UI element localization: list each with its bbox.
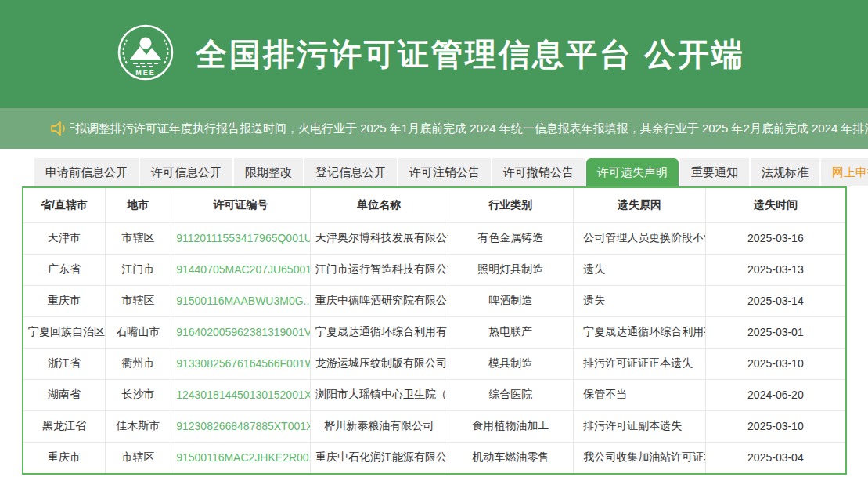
- page: MEE 全国排污许可证管理信息平台 公开端 于拟调整排污许可证年度执行报告报送时…: [0, 0, 868, 475]
- tab-pre-application-info[interactable]: 申请前信息公开: [34, 158, 139, 186]
- cell-province: 广东省: [23, 254, 105, 285]
- tab-permit-info[interactable]: 许可信息公开: [140, 158, 232, 186]
- page-title: 全国排污许可证管理信息平台 公开端: [196, 33, 745, 76]
- cell-province: 重庆市: [23, 442, 105, 473]
- tab-revocation-notice[interactable]: 许可撤销公告: [492, 158, 585, 186]
- cell-industry: 综合医院: [448, 379, 574, 410]
- cell-company: 浏阳市大瑶镇中心卫生院（...: [310, 379, 448, 410]
- cell-company: 宁夏晟达通循环综合利用有...: [310, 316, 448, 348]
- tab-online-reporting[interactable]: 网上申报: [821, 158, 868, 186]
- cell-date: 2025-03-04: [705, 442, 845, 473]
- cell-reason: 宁夏晟达通循环综合利用有...: [574, 316, 706, 348]
- tab-rectification[interactable]: 限期整改: [234, 158, 303, 186]
- table-row: 宁夏回族自治区石嘴山市916402005962381319001V宁夏晟达通循环…: [23, 316, 845, 348]
- tab-bar: 申请前信息公开许可信息公开限期整改登记信息公开许可注销公告许可撤销公告许可遗失声…: [0, 158, 868, 186]
- cell-permit[interactable]: 9123082668487885XT001X: [171, 410, 311, 442]
- cell-province: 浙江省: [23, 348, 105, 379]
- cell-permit[interactable]: 91500116MAC2JHKE2R00...: [171, 442, 311, 473]
- cell-date: 2025-03-10: [705, 410, 845, 442]
- column-header: 遗失原因: [574, 188, 706, 222]
- cell-date: 2024-06-20: [705, 379, 845, 410]
- cell-province: 重庆市: [23, 285, 105, 316]
- cell-city: 衢州市: [105, 348, 171, 379]
- cell-company: 重庆中德啤酒研究院有限公司: [310, 285, 448, 316]
- column-header: 地市: [105, 188, 171, 222]
- announcement-bar: 于拟调整排污许可证年度执行报告报送时间，火电行业于 2025 年1月底前完成 2…: [0, 108, 868, 149]
- cell-company: 重庆中石化润江能源有限公...: [310, 442, 448, 473]
- table-header-row: 省/直辖市地市许可证编号单位名称行业类别遗失原因遗失时间: [23, 188, 845, 222]
- cell-industry: 有色金属铸造: [448, 222, 574, 254]
- column-header: 省/直辖市: [23, 188, 105, 222]
- tab-registration-info[interactable]: 登记信息公开: [304, 158, 397, 186]
- tab-lost-declaration[interactable]: 许可遗失声明: [586, 158, 679, 186]
- cell-province: 宁夏回族自治区: [23, 316, 105, 348]
- cell-company: 桦川新泰粮油有限公司: [310, 410, 448, 442]
- table-row: 重庆市市辖区91500116MAABWU3M0G...重庆中德啤酒研究院有限公司…: [23, 285, 845, 316]
- table-row: 重庆市市辖区91500116MAC2JHKE2R00...重庆中石化润江能源有限…: [23, 442, 845, 473]
- cell-date: 2025-03-01: [705, 316, 845, 348]
- cell-permit[interactable]: 91120111553417965Q001U: [171, 222, 311, 254]
- column-header: 单位名称: [310, 188, 448, 222]
- tab-list: 申请前信息公开许可信息公开限期整改登记信息公开许可注销公告许可撤销公告许可遗失声…: [34, 158, 868, 186]
- tab-regulations[interactable]: 法规标准: [751, 158, 819, 186]
- cell-reason: 保管不当: [574, 379, 706, 410]
- cell-city: 江门市: [105, 254, 171, 285]
- cell-permit[interactable]: 916402005962381319001V: [171, 316, 311, 348]
- cell-date: 2025-03-10: [705, 348, 845, 379]
- cell-city: 市辖区: [105, 222, 171, 254]
- cell-reason: 遗失: [574, 285, 706, 316]
- cell-date: 2025-03-16: [705, 222, 845, 254]
- announcement-text: 于拟调整排污许可证年度执行报告报送时间，火电行业于 2025 年1月底前完成 2…: [70, 121, 868, 136]
- cell-city: 石嘴山市: [105, 316, 171, 348]
- cell-industry: 照明灯具制造: [448, 254, 574, 285]
- cell-industry: 机动车燃油零售: [448, 442, 574, 473]
- tab-important-notice[interactable]: 重要通知: [680, 158, 749, 186]
- column-header: 行业类别: [448, 188, 574, 222]
- cell-province: 黑龙江省: [23, 410, 105, 442]
- column-header: 许可证编号: [171, 188, 311, 222]
- lost-permit-table-wrap: 省/直辖市地市许可证编号单位名称行业类别遗失原因遗失时间 天津市市辖区91120…: [22, 186, 847, 475]
- lost-permit-table: 省/直辖市地市许可证编号单位名称行业类别遗失原因遗失时间 天津市市辖区91120…: [23, 188, 845, 473]
- cell-city: 长沙市: [105, 379, 171, 410]
- cell-reason: 遗失: [574, 254, 706, 285]
- cell-city: 市辖区: [105, 442, 171, 473]
- cell-province: 天津市: [23, 222, 105, 254]
- tab-cancellation-notice[interactable]: 许可注销公告: [398, 158, 491, 186]
- table-row: 黑龙江省佳木斯市9123082668487885XT001X桦川新泰粮油有限公司…: [23, 410, 845, 442]
- cell-province: 湖南省: [23, 379, 105, 410]
- cell-company: 天津奥尔博科技发展有限公司: [310, 222, 448, 254]
- table-body: 天津市市辖区91120111553417965Q001U天津奥尔博科技发展有限公…: [23, 222, 845, 473]
- speaker-icon: [50, 121, 67, 136]
- table-row: 湖南省长沙市124301814450130152001X浏阳市大瑶镇中心卫生院（…: [23, 379, 845, 410]
- cell-industry: 啤酒制造: [448, 285, 574, 316]
- cell-reason: 排污许可证证正本遗失: [574, 348, 706, 379]
- mee-logo-icon: MEE: [116, 23, 175, 85]
- cell-reason: 我公司收集加油站许可证填...: [574, 442, 706, 473]
- column-header: 遗失时间: [705, 188, 845, 222]
- cell-permit[interactable]: 91440705MAC207JU65001U: [171, 254, 311, 285]
- cell-industry: 热电联产: [448, 316, 574, 348]
- cell-city: 佳木斯市: [105, 410, 171, 442]
- table-row: 广东省江门市91440705MAC207JU65001U江门市运行智造科技有限公…: [23, 254, 845, 285]
- cell-permit[interactable]: 91500116MAABWU3M0G...: [171, 285, 311, 316]
- cell-permit[interactable]: 91330825676164566F001W: [171, 348, 311, 379]
- table-row: 天津市市辖区91120111553417965Q001U天津奥尔博科技发展有限公…: [23, 222, 845, 254]
- table-row: 浙江省衢州市91330825676164566F001W龙游运城压纹制版有限公司…: [23, 348, 845, 379]
- cell-permit[interactable]: 124301814450130152001X: [171, 379, 311, 410]
- cell-city: 市辖区: [105, 285, 171, 316]
- cell-company: 江门市运行智造科技有限公司: [310, 254, 448, 285]
- cell-company: 龙游运城压纹制版有限公司: [310, 348, 448, 379]
- cell-reason: 排污许可证副本遗失: [574, 410, 706, 442]
- cell-date: 2025-03-14: [705, 285, 845, 316]
- cell-date: 2025-03-13: [705, 254, 845, 285]
- cell-industry: 模具制造: [448, 348, 574, 379]
- site-header: MEE 全国排污许可证管理信息平台 公开端: [0, 0, 868, 108]
- cell-reason: 公司管理人员更换阶段不慎...: [574, 222, 706, 254]
- cell-industry: 食用植物油加工: [448, 410, 574, 442]
- logo-text: MEE: [135, 69, 156, 77]
